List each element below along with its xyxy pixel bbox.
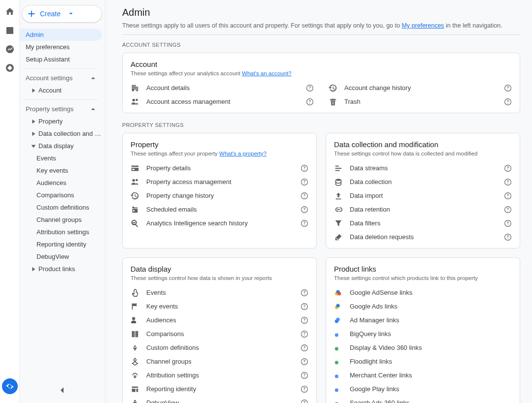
help-icon[interactable] bbox=[300, 385, 308, 393]
row-attribution-settings[interactable]: Attribution settings bbox=[131, 369, 308, 382]
row-data-filters[interactable]: Data filters bbox=[334, 217, 512, 230]
row-custom-definitions[interactable]: Custom definitions bbox=[131, 341, 308, 355]
card-data-collection: Data collection and modification These s… bbox=[326, 133, 520, 248]
help-icon[interactable] bbox=[306, 98, 314, 106]
row-data-deletion-requests[interactable]: Data deletion requests bbox=[334, 230, 512, 244]
sidebar-item-admin[interactable]: Admin bbox=[20, 29, 102, 41]
row-debugview[interactable]: DebugView bbox=[131, 396, 308, 403]
triangle-right-icon bbox=[31, 119, 36, 124]
sidebar-item-label: Audiences bbox=[36, 179, 66, 186]
help-icon[interactable] bbox=[300, 330, 308, 338]
help-icon[interactable] bbox=[300, 303, 308, 310]
row-property-change-history[interactable]: Property change history bbox=[131, 189, 308, 203]
row-label: Floodlight links bbox=[350, 358, 512, 365]
help-icon[interactable] bbox=[300, 344, 308, 352]
help-icon[interactable] bbox=[300, 399, 308, 403]
row-scheduled-emails[interactable]: Scheduled emails bbox=[131, 203, 308, 217]
help-icon[interactable] bbox=[300, 178, 308, 186]
row-property-details[interactable]: Property details bbox=[131, 161, 308, 175]
help-icon[interactable] bbox=[300, 372, 308, 379]
sidebar-item-account[interactable]: Account bbox=[20, 84, 102, 96]
row-audiences[interactable]: Audiences bbox=[131, 313, 308, 327]
sidebar-item-data-collection[interactable]: Data collection and modifica… bbox=[20, 127, 102, 140]
sidebar-item-label: Data display bbox=[38, 142, 74, 150]
row-data-streams[interactable]: Data streams bbox=[334, 161, 512, 175]
help-icon[interactable] bbox=[504, 164, 512, 172]
sidebar-item-events[interactable]: Events bbox=[20, 152, 102, 164]
row-data-retention[interactable]: Data retention bbox=[334, 203, 512, 217]
help-icon[interactable] bbox=[300, 219, 308, 227]
row-merchant-center-links[interactable]: Merchant Center links bbox=[334, 369, 512, 382]
row-bigquery-links[interactable]: BigQuery links bbox=[334, 327, 512, 341]
help-icon[interactable] bbox=[300, 316, 308, 324]
row-google-ads-links[interactable]: Google Ads links bbox=[334, 300, 512, 313]
row-events[interactable]: Events bbox=[131, 286, 308, 300]
sidebar-item-property[interactable]: Property bbox=[20, 115, 102, 127]
row-trash[interactable]: Trash bbox=[329, 95, 512, 109]
help-icon[interactable] bbox=[306, 84, 314, 92]
sidebar-item-my-preferences[interactable]: My preferences bbox=[20, 41, 102, 53]
help-icon[interactable] bbox=[300, 358, 308, 366]
row-analytics-intelligence-search-history[interactable]: Analytics Intelligence search history bbox=[131, 217, 308, 230]
sidebar-item-debugview[interactable]: DebugView bbox=[20, 250, 102, 263]
help-icon[interactable] bbox=[300, 164, 308, 172]
help-icon[interactable] bbox=[504, 206, 512, 214]
row-property-access-management[interactable]: Property access management bbox=[131, 175, 308, 189]
sidebar-item-product-links[interactable]: Product links bbox=[20, 263, 102, 275]
my-preferences-link[interactable]: My preferences bbox=[401, 22, 444, 29]
channel-icon bbox=[131, 357, 139, 366]
audience-icon[interactable] bbox=[5, 63, 15, 73]
row-channel-groups[interactable]: Channel groups bbox=[131, 355, 308, 369]
row-account-change-history[interactable]: Account change history bbox=[329, 81, 512, 95]
sidebar-item-key-events[interactable]: Key events bbox=[20, 164, 102, 177]
whats-an-account-link[interactable]: What's an account? bbox=[242, 70, 292, 76]
whats-a-property-link[interactable]: What's a property? bbox=[219, 151, 266, 156]
row-label: Analytics Intelligence search history bbox=[146, 219, 294, 227]
sidebar-item-label: Data collection and modifica… bbox=[38, 130, 102, 137]
sidebar-section-property-settings[interactable]: Property settings bbox=[20, 103, 102, 115]
row-google-play-links[interactable]: Google Play links bbox=[334, 382, 512, 396]
row-account-access-management[interactable]: Account access management bbox=[131, 95, 314, 109]
row-account-details[interactable]: Account details bbox=[131, 81, 314, 95]
sidebar-item-label: Product links bbox=[38, 265, 75, 273]
sidebar-item-reporting-identity[interactable]: Reporting identity bbox=[20, 238, 102, 250]
row-label: Data streams bbox=[350, 164, 497, 172]
collapse-sidebar-button[interactable] bbox=[20, 385, 105, 395]
help-icon[interactable] bbox=[504, 84, 512, 92]
help-icon[interactable] bbox=[504, 98, 512, 106]
help-icon[interactable] bbox=[504, 192, 512, 200]
row-data-collection[interactable]: Data collection bbox=[334, 175, 512, 189]
row-google-adsense-links[interactable]: Google AdSense links bbox=[334, 286, 512, 300]
help-icon[interactable] bbox=[300, 206, 308, 214]
sidebar-item-channel-groups[interactable]: Channel groups bbox=[20, 214, 102, 226]
row-reporting-identity[interactable]: Reporting identity bbox=[131, 382, 308, 396]
admin-gear-icon[interactable] bbox=[2, 378, 18, 394]
explore-icon[interactable] bbox=[5, 44, 15, 54]
help-icon[interactable] bbox=[300, 289, 308, 297]
row-data-import[interactable]: Data import bbox=[334, 189, 512, 203]
row-label: Trash bbox=[344, 98, 497, 105]
sidebar-item-audiences[interactable]: Audiences bbox=[20, 177, 102, 189]
row-key-events[interactable]: Key events bbox=[131, 300, 308, 313]
row-ad-manager-links[interactable]: Ad Manager links bbox=[334, 313, 512, 327]
help-icon[interactable] bbox=[300, 192, 308, 200]
row-display-video-360-links[interactable]: Display & Video 360 links bbox=[334, 341, 512, 355]
sidebar-section-account-settings[interactable]: Account settings bbox=[20, 72, 102, 84]
sidebar-item-data-display[interactable]: Data display bbox=[20, 140, 102, 152]
row-comparisons[interactable]: Comparisons bbox=[131, 327, 308, 341]
sidebar-item-comparisons[interactable]: Comparisons bbox=[20, 189, 102, 201]
row-floodlight-links[interactable]: Floodlight links bbox=[334, 355, 512, 369]
bigquery-icon bbox=[334, 330, 343, 339]
sidebar-item-custom-definitions[interactable]: Custom definitions bbox=[20, 201, 102, 214]
create-button[interactable]: Create bbox=[22, 5, 102, 23]
card-account: Account These settings affect your analy… bbox=[122, 53, 520, 113]
home-icon[interactable] bbox=[5, 7, 15, 17]
sidebar-item-setup-assistant[interactable]: Setup Assistant bbox=[20, 53, 102, 65]
row-search-ads-360-links[interactable]: Search Ads 360 links bbox=[334, 396, 512, 403]
reports-icon[interactable] bbox=[5, 26, 15, 35]
help-icon[interactable] bbox=[504, 178, 512, 186]
card-data-display: Data display These settings control how … bbox=[122, 257, 317, 403]
help-icon[interactable] bbox=[504, 219, 512, 227]
sidebar-item-attribution-settings[interactable]: Attribution settings bbox=[20, 226, 102, 238]
help-icon[interactable] bbox=[504, 233, 512, 241]
